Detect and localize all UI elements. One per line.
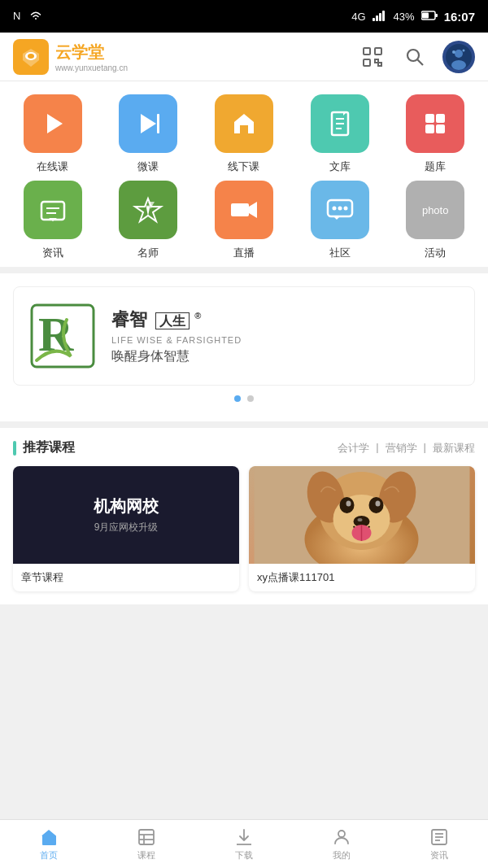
course-thumb-2 bbox=[249, 466, 475, 564]
banner-reg: ® bbox=[194, 310, 201, 320]
svg-point-9 bbox=[28, 54, 34, 59]
recommend-bar bbox=[13, 441, 16, 456]
menu-item-community[interactable]: 社区 bbox=[294, 181, 386, 260]
quiz-icon-box bbox=[406, 94, 464, 153]
signal-bars-icon bbox=[373, 10, 387, 24]
svg-rect-30 bbox=[425, 114, 434, 123]
online-course-icon-box bbox=[24, 94, 82, 153]
svg-marker-46 bbox=[333, 216, 340, 220]
course-thumb-1: 机构网校 9月应网校升级 bbox=[13, 466, 239, 564]
svg-rect-4 bbox=[382, 11, 385, 21]
svg-rect-12 bbox=[364, 59, 370, 66]
menu-item-quiz[interactable]: 题库 bbox=[389, 94, 481, 174]
menu-item-teacher[interactable]: 名师 bbox=[102, 181, 195, 260]
nav-tab-mine[interactable]: 我的 bbox=[293, 820, 390, 868]
signal-icon: N bbox=[13, 10, 24, 24]
svg-point-43 bbox=[332, 207, 336, 211]
micro-course-label: 微课 bbox=[137, 159, 159, 174]
search-button[interactable] bbox=[400, 42, 429, 72]
community-icon-box bbox=[311, 181, 369, 239]
menu-item-library[interactable]: 文库 bbox=[294, 94, 386, 174]
photo-text: photo bbox=[422, 204, 449, 216]
community-label: 社区 bbox=[329, 246, 351, 260]
menu-item-activity[interactable]: photo 活动 bbox=[389, 181, 481, 260]
banner-title: 睿智 人生 ® bbox=[111, 308, 458, 332]
svg-rect-65 bbox=[139, 830, 154, 844]
tag-sep2: | bbox=[424, 441, 426, 456]
library-icon-box bbox=[311, 94, 369, 153]
menu-item-micro-course[interactable]: 微课 bbox=[102, 94, 195, 174]
activity-label: 活动 bbox=[425, 246, 446, 260]
svg-point-70 bbox=[338, 831, 345, 837]
tag-marketing[interactable]: 营销学 bbox=[386, 441, 417, 456]
course-card-2[interactable]: xy点播课111701 bbox=[249, 466, 475, 591]
recommend-title: 推荐课程 bbox=[23, 439, 338, 456]
logo-area: 云学堂 www.yunxuetang.cn bbox=[13, 39, 358, 75]
course-main-text: 机构网校 bbox=[94, 495, 159, 517]
offline-course-label: 线下课 bbox=[228, 159, 259, 174]
banner-logo: R bbox=[30, 303, 95, 369]
banner-tagline-en: LIFE WISE & FARSIGHTED bbox=[111, 335, 458, 345]
svg-rect-33 bbox=[436, 124, 445, 133]
svg-rect-10 bbox=[364, 48, 370, 55]
recommend-header: 推荐课程 会计学 | 营销学 | 最新课程 bbox=[13, 428, 475, 466]
tag-latest[interactable]: 最新课程 bbox=[433, 441, 475, 456]
teacher-label: 名师 bbox=[137, 246, 159, 260]
banner-card[interactable]: R 睿智 人生 ® LIFE WISE & FARSIGHTED 唤醒身体智慧 bbox=[13, 286, 475, 386]
bottom-nav: 首页 课程 下载 我的 资讯 bbox=[0, 819, 488, 868]
logo-icon bbox=[13, 39, 49, 75]
offline-course-icon-box bbox=[215, 94, 273, 153]
dot-1[interactable] bbox=[234, 395, 241, 402]
banner-sub: 人生 bbox=[155, 312, 190, 329]
nav-tab-mine-label: 我的 bbox=[333, 849, 351, 861]
menu-item-live[interactable]: 直播 bbox=[198, 181, 290, 260]
logo-cn: 云学堂 bbox=[55, 41, 128, 63]
quiz-label: 题库 bbox=[425, 159, 446, 174]
svg-rect-32 bbox=[425, 124, 434, 133]
menu-item-offline-course[interactable]: 线下课 bbox=[198, 94, 290, 174]
svg-rect-1 bbox=[373, 18, 375, 21]
nav-tab-info[interactable]: 资讯 bbox=[390, 820, 488, 868]
tag-accounting[interactable]: 会计学 bbox=[338, 441, 369, 456]
top-nav: 云学堂 www.yunxuetang.cn bbox=[0, 33, 488, 81]
svg-rect-7 bbox=[435, 14, 438, 17]
live-icon-box bbox=[215, 181, 273, 239]
logo-url: www.yunxuetang.cn bbox=[55, 63, 128, 72]
svg-text:N: N bbox=[13, 10, 20, 21]
svg-rect-34 bbox=[41, 202, 64, 220]
svg-rect-6 bbox=[422, 12, 429, 18]
online-course-label: 在线课 bbox=[37, 159, 68, 174]
recommend-tags: 会计学 | 营销学 | 最新课程 bbox=[338, 441, 475, 456]
svg-rect-24 bbox=[157, 114, 159, 133]
scan-button[interactable] bbox=[358, 42, 387, 72]
svg-point-61 bbox=[358, 518, 363, 521]
svg-point-18 bbox=[455, 50, 463, 58]
course-card-1[interactable]: 机构网校 9月应网校升级 章节课程 bbox=[13, 466, 239, 591]
teacher-icon-box bbox=[119, 181, 177, 239]
svg-rect-25 bbox=[240, 125, 248, 133]
battery-icon bbox=[421, 11, 438, 23]
menu-item-news[interactable]: 资讯 bbox=[7, 181, 99, 260]
svg-marker-22 bbox=[47, 114, 63, 133]
menu-grid: 在线课 微课 线下课 文库 bbox=[0, 81, 488, 267]
banner-text: 睿智 人生 ® LIFE WISE & FARSIGHTED 唤醒身体智慧 bbox=[111, 308, 458, 365]
svg-point-59 bbox=[376, 501, 381, 507]
nav-tab-courses[interactable]: 课程 bbox=[98, 820, 195, 868]
svg-point-45 bbox=[343, 207, 347, 211]
svg-point-20 bbox=[452, 50, 455, 54]
logo-text: 云学堂 www.yunxuetang.cn bbox=[55, 41, 128, 72]
svg-rect-31 bbox=[436, 114, 445, 123]
live-label: 直播 bbox=[233, 246, 255, 260]
nav-tab-download[interactable]: 下载 bbox=[195, 820, 293, 868]
avatar[interactable] bbox=[442, 41, 475, 73]
banner-dots bbox=[13, 395, 475, 408]
svg-marker-23 bbox=[141, 114, 156, 133]
dot-2[interactable] bbox=[247, 395, 254, 402]
menu-item-online-course[interactable]: 在线课 bbox=[7, 94, 99, 174]
svg-point-21 bbox=[463, 49, 465, 51]
svg-rect-3 bbox=[379, 13, 381, 21]
nav-tab-courses-label: 课程 bbox=[137, 849, 155, 861]
news-label: 资讯 bbox=[42, 246, 63, 260]
nav-tab-home[interactable]: 首页 bbox=[0, 820, 98, 868]
course-grid: 机构网校 9月应网校升级 章节课程 bbox=[13, 466, 475, 591]
